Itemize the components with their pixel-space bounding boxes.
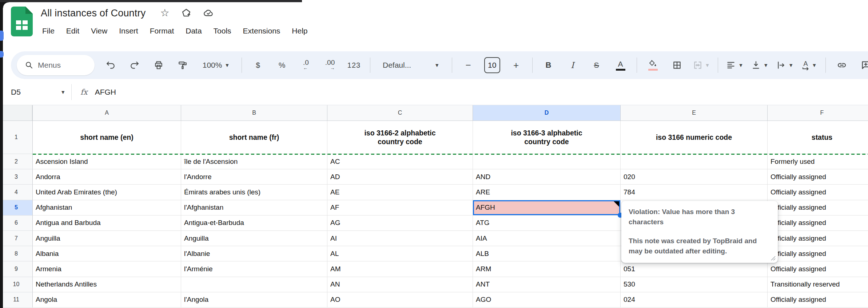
cell-B7[interactable]: Anguilla — [181, 231, 327, 246]
column-header-D[interactable]: D — [473, 105, 621, 121]
strikethrough-button[interactable]: S — [589, 56, 605, 75]
name-box[interactable]: D5 ▼ — [11, 88, 65, 96]
cell-B11[interactable]: l'Angola — [181, 292, 327, 308]
row-header-9[interactable]: 9 — [0, 261, 33, 277]
cell-D2[interactable] — [473, 154, 621, 169]
cell-D10[interactable]: ANT — [473, 277, 621, 292]
cell-B8[interactable]: l'Albanie — [181, 246, 327, 261]
row-header-4[interactable]: 4 — [0, 185, 33, 200]
row-header-1[interactable]: 1 — [0, 121, 33, 154]
cell-E4[interactable]: 784 — [621, 185, 768, 200]
cell-F9[interactable]: Officially assigned — [768, 261, 868, 277]
insert-link-button[interactable] — [834, 56, 850, 75]
document-title[interactable]: All instances of Country — [41, 8, 146, 19]
cell-A5[interactable]: Afghanistan — [33, 200, 181, 216]
merge-cells-button[interactable]: ▼ — [693, 56, 710, 75]
cell-D3[interactable]: AND — [473, 169, 621, 185]
cell-C10[interactable]: AN — [327, 277, 473, 292]
cell-C7[interactable]: AI — [327, 231, 473, 246]
cell-B9[interactable]: l'Arménie — [181, 261, 327, 277]
format-percent-button[interactable]: % — [274, 56, 290, 75]
cell-F6[interactable]: Officially assigned — [768, 216, 868, 231]
menu-tools[interactable]: Tools — [208, 25, 237, 37]
cell-E2[interactable] — [621, 154, 768, 169]
cell-D6[interactable]: ATG — [473, 216, 621, 231]
cell-B3[interactable]: l'Andorre — [181, 169, 327, 185]
vertical-align-button[interactable]: ▼ — [751, 56, 768, 75]
redo-button[interactable] — [127, 56, 143, 75]
row-header-11[interactable]: 11 — [0, 292, 33, 308]
text-rotation-button[interactable]: A ▼ — [801, 56, 817, 75]
print-button[interactable] — [151, 56, 167, 75]
document-status-cloud-icon[interactable] — [203, 8, 214, 18]
cell-A4[interactable]: United Arab Emirates (the) — [33, 185, 181, 200]
row-header-8[interactable]: 8 — [0, 246, 33, 261]
fill-color-button[interactable] — [645, 56, 661, 75]
cell-A11[interactable]: Angola — [33, 292, 181, 308]
cell-A2[interactable]: Ascension Island — [33, 154, 181, 169]
font-size-input[interactable]: 10 — [484, 57, 500, 73]
column-header-E[interactable]: E — [621, 105, 768, 121]
cell-D4[interactable]: ARE — [473, 185, 621, 200]
menu-file[interactable]: File — [36, 25, 60, 37]
cell-C1[interactable]: iso 3166-2 alphabetic country code — [327, 121, 473, 154]
row-header-6[interactable]: 6 — [0, 216, 33, 231]
cell-B2[interactable]: île de l'Ascension — [181, 154, 327, 169]
column-header-B[interactable]: B — [181, 105, 327, 121]
row-header-10[interactable]: 10 — [0, 277, 33, 292]
cell-B1[interactable]: short name (fr) — [181, 121, 327, 154]
menu-extensions[interactable]: Extensions — [237, 25, 286, 37]
bold-button[interactable]: B — [541, 56, 557, 75]
row-header-5[interactable]: 5 — [0, 200, 33, 216]
star-icon[interactable]: ☆ — [160, 8, 169, 18]
menu-data[interactable]: Data — [180, 25, 207, 37]
cell-A7[interactable]: Anguilla — [33, 231, 181, 246]
menus-search-button[interactable]: Menus — [17, 55, 95, 75]
row-header-7[interactable]: 7 — [0, 231, 33, 246]
borders-button[interactable] — [669, 56, 685, 75]
text-wrapping-button[interactable]: ▼ — [776, 56, 793, 75]
cell-E10[interactable]: 530 — [621, 277, 768, 292]
cell-D8[interactable]: ALB — [473, 246, 621, 261]
italic-button[interactable]: I — [565, 56, 581, 75]
cell-C8[interactable]: AL — [327, 246, 473, 261]
increase-decimal-button[interactable]: .00→ — [322, 56, 338, 75]
decrease-decimal-button[interactable]: .0← — [298, 56, 314, 75]
menu-view[interactable]: View — [85, 25, 113, 37]
menu-help[interactable]: Help — [286, 25, 313, 37]
font-family-select[interactable]: Defaul...▼ — [378, 56, 444, 75]
column-header-A[interactable]: A — [33, 105, 181, 121]
cell-F10[interactable]: Transitionally reserved — [768, 277, 868, 292]
column-header-C[interactable]: C — [327, 105, 473, 121]
sheets-logo-icon[interactable] — [11, 7, 33, 36]
cell-C6[interactable]: AG — [327, 216, 473, 231]
note-resize-handle[interactable] — [770, 255, 776, 261]
cell-C4[interactable]: AE — [327, 185, 473, 200]
cell-E11[interactable]: 024 — [621, 292, 768, 308]
zoom-select[interactable]: 100%▼ — [199, 56, 234, 75]
cell-D11[interactable]: AGO — [473, 292, 621, 308]
cell-F8[interactable]: Officially assigned — [768, 246, 868, 261]
cell-A10[interactable]: Netherlands Antilles — [33, 277, 181, 292]
cell-F7[interactable]: Officially assigned — [768, 231, 868, 246]
cell-C5[interactable]: AF — [327, 200, 473, 216]
menu-insert[interactable]: Insert — [113, 25, 144, 37]
cell-B5[interactable]: l'Afghanistan — [181, 200, 327, 216]
column-header-F[interactable]: F — [768, 105, 868, 121]
cell-E1[interactable]: iso 3166 numeric code — [621, 121, 768, 154]
cell-A9[interactable]: Armenia — [33, 261, 181, 277]
horizontal-align-button[interactable]: ▼ — [726, 56, 743, 75]
cell-C2[interactable]: AC — [327, 154, 473, 169]
insert-comment-button[interactable] — [858, 56, 868, 75]
cell-C3[interactable]: AD — [327, 169, 473, 185]
increase-font-size-button[interactable]: + — [508, 56, 524, 75]
cell-A3[interactable]: Andorra — [33, 169, 181, 185]
more-formats-button[interactable]: 123 — [346, 56, 362, 75]
undo-button[interactable] — [103, 56, 119, 75]
cell-F4[interactable]: Officially assigned — [768, 185, 868, 200]
cell-A8[interactable]: Albania — [33, 246, 181, 261]
cell-B6[interactable]: Antigua-et-Barbuda — [181, 216, 327, 231]
cell-E3[interactable]: 020 — [621, 169, 768, 185]
row-header-2[interactable]: 2 — [0, 154, 33, 169]
cell-D9[interactable]: ARM — [473, 261, 621, 277]
